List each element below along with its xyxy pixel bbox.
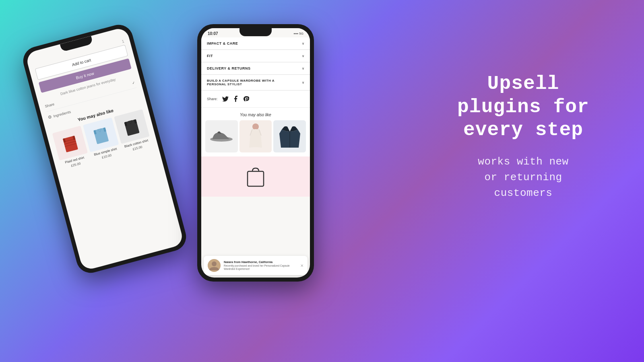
right-text-block: Upsellplugins forevery step works with n…	[427, 72, 620, 201]
twitter-icon[interactable]	[222, 95, 229, 103]
right-phone-notch	[239, 28, 272, 36]
chevron-down-icon: ∨	[302, 67, 305, 70]
share-section: Share:	[201, 90, 310, 108]
status-time: 10:07	[208, 31, 218, 36]
accordion-label: IMPACT & CARE	[207, 41, 238, 45]
accordion-impact-care[interactable]: IMPACT & CARE ∨	[201, 37, 310, 50]
chevron-down-icon: ∨	[302, 81, 305, 84]
left-product-grid: Plaid red shirt £25.00	[52, 109, 153, 170]
red-shirt-image	[52, 125, 88, 160]
ingredients-icon: ⚙	[47, 114, 52, 120]
notification-name: Naiara from Hawthorne, California	[224, 260, 297, 264]
right-phone-screen: 10:07 ▪▪▪▪ 5G IMPACT & CARE ∨ FIT ∨	[201, 28, 310, 278]
scene: 1 Add to cart Buy it now Dark blue cotto…	[0, 0, 644, 362]
blue-shirt-image	[83, 117, 119, 152]
pinterest-icon[interactable]	[243, 95, 250, 103]
notification-popup: Naiara from Hawthorne, California Recent…	[204, 256, 308, 275]
accordion-header[interactable]: FIT ∨	[201, 50, 310, 62]
status-signal: ▪▪▪▪ 5G	[294, 32, 303, 35]
accordion-header[interactable]: DELIVERY & RETURNS ∨	[201, 62, 310, 74]
headline-text: Upsellplugins forevery step	[427, 72, 620, 142]
shoes-image[interactable]	[205, 120, 238, 152]
left-phone: 1 Add to cart Buy it now Dark blue cotto…	[20, 22, 190, 276]
notification-text-block: Naiara from Hawthorne, California Recent…	[224, 260, 297, 271]
left-phone-frame: 1 Add to cart Buy it now Dark blue cotto…	[20, 22, 190, 276]
left-phone-content: 1 Add to cart Buy it now Dark blue cotto…	[25, 27, 159, 177]
right-phone: 10:07 ▪▪▪▪ 5G IMPACT & CARE ∨ FIT ∨	[197, 24, 314, 282]
chevron-down-icon: ∨	[302, 54, 305, 58]
facebook-icon[interactable]	[232, 95, 239, 103]
accordion-label: FIT	[207, 54, 213, 58]
svg-point-15	[252, 123, 259, 130]
notification-description: Recently purchased and loved her Persona…	[224, 264, 297, 271]
svg-rect-6	[93, 128, 109, 144]
dress-image[interactable]	[239, 120, 272, 152]
left-phone-screen: 1 Add to cart Buy it now Dark blue cotto…	[25, 27, 184, 271]
shopping-bag-icon	[246, 165, 266, 188]
subheadline-text: works with newor returningcustomers	[427, 154, 620, 201]
checkmark-icon: ✓	[132, 80, 136, 85]
svg-rect-19	[248, 171, 264, 186]
right-you-may-like-title: You may also like	[201, 108, 310, 120]
chevron-down-icon: ∨	[302, 42, 305, 45]
accordion-header[interactable]: IMPACT & CARE ∨	[201, 37, 310, 49]
accordion-delivery[interactable]: DELIVERY & RETURNS ∨	[201, 62, 310, 75]
jacket-image[interactable]	[273, 120, 306, 152]
accordion-capsule[interactable]: BUILD A CAPSULE WARDROBE WITH A PERSONAL…	[201, 75, 310, 90]
social-icons	[222, 95, 250, 103]
share-label: Share:	[207, 97, 218, 101]
svg-rect-10	[124, 119, 140, 136]
right-phone-content: 10:07 ▪▪▪▪ 5G IMPACT & CARE ∨ FIT ∨	[201, 28, 310, 278]
avatar	[208, 259, 221, 272]
svg-point-21	[212, 261, 217, 266]
accordion-label: BUILD A CAPSULE WARDROBE WITH A PERSONAL…	[207, 79, 287, 86]
pink-promo-section	[201, 156, 310, 197]
share-label: Share	[44, 102, 55, 109]
black-shirt-image	[114, 109, 150, 144]
right-product-grid	[201, 120, 310, 156]
close-icon[interactable]: ✕	[300, 263, 303, 268]
right-phone-frame: 10:07 ▪▪▪▪ 5G IMPACT & CARE ∨ FIT ∨	[197, 24, 314, 282]
ingredients-label: Ingredients	[53, 109, 71, 118]
accordion-header[interactable]: BUILD A CAPSULE WARDROBE WITH A PERSONAL…	[201, 75, 310, 90]
accordion-label: DELIVERY & RETURNS	[207, 66, 251, 70]
list-item[interactable]: Black cotton shirt £15.00	[114, 109, 153, 154]
accordion-fit[interactable]: FIT ∨	[201, 50, 310, 62]
